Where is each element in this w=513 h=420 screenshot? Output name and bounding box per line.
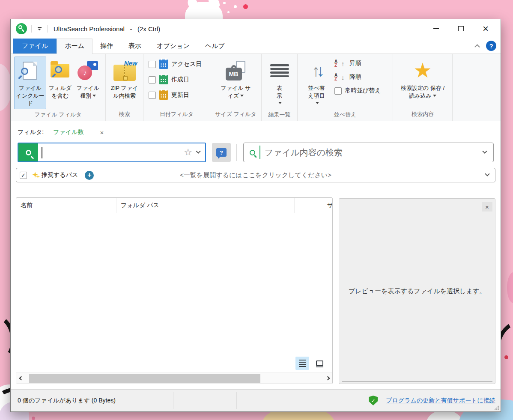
preview-bottom-scrollbar [342,380,492,382]
tab-file[interactable]: ファイル [13,39,57,54]
view-toggles [295,357,326,370]
tab-help[interactable]: ヘルプ [197,39,233,54]
scrollbar-thumb[interactable] [29,374,260,383]
recommended-paths-checkbox[interactable]: ✓ [20,172,27,179]
created-date-checkbox[interactable] [149,76,156,83]
column-header-folder-path[interactable]: フォルダ パス [116,198,295,213]
sort-by-button[interactable]: ↑↓ 並べ替え項目 [301,57,332,109]
modified-date-checkbox[interactable] [149,92,156,99]
search-history-dropdown-icon[interactable] [196,149,200,154]
window-title: UltraSearch Professional [54,25,125,33]
sparkles-icon [30,171,40,179]
red-dot-decoration [243,4,248,9]
dropdown-caret-icon [240,95,244,97]
group-label-size-filter: サイズ フィルタ [214,109,258,121]
filename-search-combo: ☆ [18,143,206,162]
group-sorting: ↑↓ 並べ替え項目 AZ ↑ 昇順 AZ ↓ 降順 [298,54,393,121]
sort-descending-button[interactable]: AZ ↓ 降順 [334,71,381,83]
content-search-combo [243,143,494,162]
tab-actions[interactable]: 操作 [92,39,121,54]
expand-paths-icon[interactable] [485,172,489,176]
include-files-button[interactable]: ファイル インクルード [14,57,46,109]
green-divider [259,146,260,159]
folder-search-icon [51,64,69,77]
tab-options[interactable]: オプション [149,39,197,54]
scrollbar-track[interactable] [26,373,323,384]
scroll-left-button[interactable] [16,373,26,384]
dot-decoration [215,13,217,15]
maximize-button[interactable] [451,21,471,36]
created-date-checkbox-row[interactable]: 作成日 [149,74,189,85]
filename-search-input[interactable] [38,143,184,161]
blob-decoration [507,272,513,303]
quick-access-dropdown-icon[interactable] [36,27,43,30]
favorite-star-icon[interactable]: ☆ [184,147,192,158]
sort-arrows-icon: ↑↓ [312,62,321,79]
help-bubble-icon: ? [216,148,227,157]
preview-empty-text: プレビューを表示するファイルを選択します。 [349,287,486,295]
sort-ascending-button[interactable]: AZ ↑ 昇順 [334,58,381,69]
save-load-search-button[interactable]: ★ 検索設定の 保存 / 読み込み [397,57,449,106]
new-badge: New [124,60,137,67]
always-sort-checkbox[interactable] [334,87,342,95]
calendar-icon-orange [159,90,168,100]
filter-close-icon[interactable]: × [100,129,104,136]
tab-view[interactable]: 表示 [121,39,149,54]
filter-tab-file-count[interactable]: ファイル数 [53,128,84,136]
chevron-right-icon [325,376,330,381]
add-path-button[interactable]: + [85,171,94,180]
thumbnail-view-toggle[interactable] [313,357,326,370]
content-search-dropdown-icon[interactable] [482,149,487,154]
access-date-checkbox[interactable] [149,61,156,68]
group-label-date-filter: 日付フィルタ [147,109,206,121]
main-split: 名前 フォルダ パス サイズ [16,197,495,384]
zip-search-button[interactable]: New ZIP ファイル内検索 [109,57,140,106]
shield-check-icon: ✓ [369,396,378,405]
file-size-button[interactable]: MB ファイル サイズ [219,57,253,106]
title-bar: UltraSearch Professional - (2x Ctrl) × [11,19,501,38]
include-folders-button[interactable]: フォルダ を含む [46,57,74,106]
file-type-icon: ♪ [78,61,98,80]
group-size-filter: MB ファイル サイズ サイズ フィルタ [210,54,262,121]
recommended-paths-bar[interactable]: ✓ 推奨するパス + <一覧を展開するにはここをクリックしてください> [16,168,495,182]
search-button[interactable] [18,143,38,161]
ribbon-filler [453,54,501,121]
search-row: ☆ ? [18,142,494,163]
status-cell-empty [173,390,236,411]
close-icon: × [483,24,489,33]
close-button[interactable]: × [476,21,495,36]
group-label-result-list: 結果一覧 [265,109,294,121]
scroll-right-button[interactable] [323,373,332,384]
minimize-button[interactable] [426,21,446,36]
collapse-ribbon-icon[interactable] [474,44,480,50]
file-size-icon: MB [226,61,246,80]
magnifier-handle [21,29,24,32]
titlebar-separator [47,25,48,33]
column-header-name[interactable]: 名前 [16,198,116,213]
access-date-checkbox-row[interactable]: アクセス日 [149,59,202,70]
app-logo-icon[interactable] [16,23,27,34]
dropdown-caret-icon [316,102,319,104]
status-update-section: ✓ プログラムの更新と有償サポートに接続 [368,390,501,411]
dropdown-caret-icon [278,102,282,104]
column-header-size[interactable]: サイズ [295,198,332,213]
update-support-link[interactable]: プログラムの更新と有償サポートに接続 [381,396,500,405]
file-types-button[interactable]: ♪ ファイル 種別 [74,57,102,106]
always-sort-checkbox-row[interactable]: 常時並び替え [334,85,381,96]
details-view-toggle[interactable] [295,357,309,370]
calendar-icon-blue [159,60,168,69]
group-result-list: 表示 結果一覧 [262,54,298,121]
status-cell-empty [237,390,368,411]
status-file-count: 0 個のファイルがあります (0 Bytes) [11,390,173,411]
search-help-button[interactable]: ? [212,143,231,162]
group-label-sorting: 並べ替え [301,109,389,121]
chevron-left-icon [19,376,23,381]
music-icon: ♪ [78,66,92,80]
view-mode-button[interactable]: 表示 [265,57,294,109]
preview-close-button[interactable]: × [482,202,492,211]
modified-date-checkbox-row[interactable]: 更新日 [149,89,189,101]
content-search-input[interactable] [265,148,483,158]
help-icon[interactable]: ? [486,41,496,51]
tab-home[interactable]: ホーム [57,39,92,54]
results-body[interactable] [16,213,332,372]
